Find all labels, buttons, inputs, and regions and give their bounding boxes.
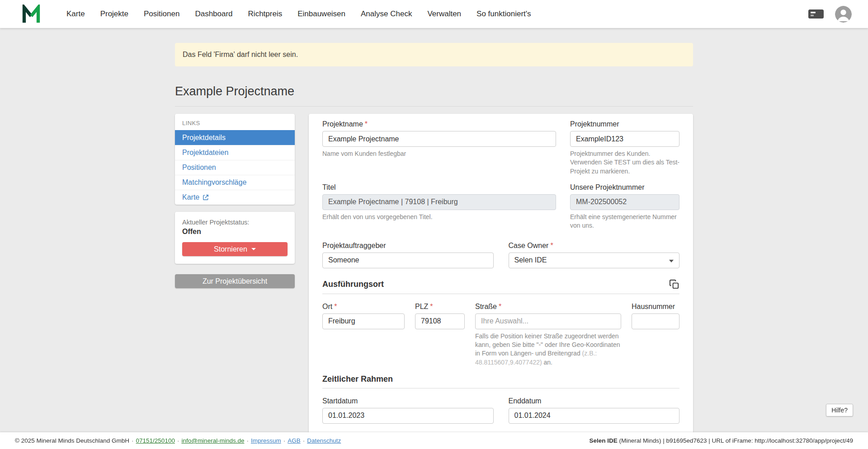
copyright-text: © 2025 Mineral Minds Deutschland GmbH [15, 437, 129, 444]
section-title-ausfuehrungsort: Ausführungsort [322, 280, 384, 289]
projektauftraggeber-label: Projektauftraggeber [322, 242, 494, 250]
strasse-help-suffix: an. [542, 359, 552, 366]
plz-field: PLZ* [415, 303, 465, 367]
unsere-projektnummer-help: Erhält eine systemgenerierte Nummer von … [570, 213, 679, 230]
case-owner-field: Case Owner* Selen IDE [509, 242, 680, 268]
footer: © 2025 Mineral Minds Deutschland GmbH · … [0, 432, 868, 449]
projektnummer-label: Projektnummer [570, 120, 679, 128]
footer-user-name: Selen IDE [589, 437, 617, 444]
zur-projektuebersicht-button[interactable]: Zur Projektübersicht [175, 274, 295, 288]
enddatum-field: Enddatum [509, 397, 680, 424]
startdatum-field: Startdatum [322, 397, 494, 424]
required-asterisk: * [430, 303, 433, 310]
label-text: Straße [475, 303, 497, 310]
ort-input[interactable] [322, 313, 405, 329]
status-card: Aktueller Projektstatus: Offen Storniere… [175, 212, 295, 264]
footer-separator: · [303, 437, 305, 444]
card-reader-icon[interactable] [808, 8, 824, 20]
projektname-field: Projektname* Name vom Kunden festlegbar [322, 120, 556, 176]
sidebar-item-matchingvorschlaege[interactable]: Matchingvorschläge [175, 175, 295, 190]
sidebar-item-karte[interactable]: Karte [175, 190, 295, 205]
alert-message: Das Feld 'Firma' darf nicht leer sein. [183, 51, 298, 58]
sidebar-item-projektdateien[interactable]: Projektdateien [175, 145, 295, 160]
ort-field: Ort* [322, 303, 405, 367]
nav-item-so-funktionierts[interactable]: So funktioniert's [476, 9, 531, 19]
alert-banner: Das Feld 'Firma' darf nicht leer sein. [175, 43, 693, 66]
strasse-input[interactable] [475, 313, 621, 329]
hausnummer-field: Hausnummer [632, 303, 679, 367]
project-form-card: Projektname* Name vom Kunden festlegbar … [309, 114, 693, 434]
sidebar: LINKS Projektdetails Projektdateien Posi… [175, 114, 295, 288]
main-content: Das Feld 'Firma' darf nicht leer sein. E… [175, 43, 693, 434]
hausnummer-input[interactable] [632, 313, 679, 329]
footer-separator: · [246, 437, 249, 444]
projektname-help: Name vom Kunden festlegbar [322, 150, 556, 158]
nav-item-richtpreis[interactable]: Richtpreis [248, 9, 283, 19]
case-owner-label: Case Owner* [509, 242, 680, 250]
footer-agb-link[interactable]: AGB [288, 437, 301, 444]
sidebar-item-label: Karte [182, 193, 199, 201]
footer-email-link[interactable]: info@mineral-minds.de [181, 437, 244, 444]
navbar-right [808, 6, 852, 23]
case-owner-value: Selen IDE [514, 256, 547, 264]
footer-separator: · [283, 437, 286, 444]
stornieren-label: Stornieren [214, 245, 247, 253]
unsere-projektnummer-field: Unsere Projektnummer Erhält eine systemg… [570, 183, 679, 230]
case-owner-select[interactable]: Selen IDE [509, 253, 680, 268]
label-text: Case Owner [509, 242, 549, 249]
hilfe-button[interactable]: Hilfe? [826, 404, 853, 416]
nav-item-projekte[interactable]: Projekte [100, 9, 128, 19]
footer-impressum-link[interactable]: Impressum [251, 437, 281, 444]
titel-label: Titel [322, 183, 556, 192]
hausnummer-label: Hausnummer [632, 303, 679, 311]
logo-graphic [21, 5, 41, 23]
project-status-label: Aktueller Projektstatus: [182, 219, 288, 226]
strasse-help: Falls die Position keiner Straße zugeord… [475, 332, 621, 367]
strasse-help-text: Falls die Position keiner Straße zugeord… [475, 332, 620, 357]
titel-input [322, 194, 556, 210]
enddatum-input[interactable] [509, 408, 680, 424]
footer-separator: · [177, 437, 179, 444]
startdatum-input[interactable] [322, 408, 494, 424]
titel-field: Titel Erhält den von uns vorgegebenen Ti… [322, 183, 556, 230]
footer-left: © 2025 Mineral Minds Deutschland GmbH · … [15, 437, 341, 444]
main-nav: Karte Projekte Positionen Dashboard Rich… [66, 9, 531, 19]
unsere-projektnummer-label: Unsere Projektnummer [570, 183, 679, 192]
plz-input[interactable] [415, 313, 465, 329]
projektnummer-help: Projektnummer des Kunden. Verwenden Sie … [570, 150, 679, 176]
projektnummer-input[interactable] [570, 131, 679, 147]
projektname-input[interactable] [322, 131, 556, 147]
section-divider [322, 294, 679, 294]
nav-item-karte[interactable]: Karte [66, 9, 85, 19]
footer-datenschutz-link[interactable]: Datenschutz [307, 437, 341, 444]
nav-item-positionen[interactable]: Positionen [144, 9, 179, 19]
label-text: Projektname [322, 120, 363, 128]
mineral-minds-logo[interactable] [21, 5, 41, 23]
caret-down-icon [251, 248, 256, 250]
footer-phone-link[interactable]: 07151/250100 [136, 437, 175, 444]
projektauftraggeber-input[interactable] [322, 253, 494, 268]
nav-item-analyse-check[interactable]: Analyse Check [361, 9, 412, 19]
sidebar-item-projektdetails[interactable]: Projektdetails [175, 130, 295, 145]
links-card: LINKS Projektdetails Projektdateien Posi… [175, 114, 295, 205]
project-status-value: Offen [182, 228, 288, 236]
section-title-zeitlicher-rahmen: Zeitlicher Rahmen [322, 374, 393, 384]
projektnummer-field: Projektnummer Projektnummer des Kunden. … [570, 120, 679, 176]
stornieren-button[interactable]: Stornieren [182, 242, 288, 256]
label-text: PLZ [415, 303, 428, 310]
titel-help: Erhält den von uns vorgegebenen Titel. [322, 213, 556, 221]
projektauftraggeber-field: Projektauftraggeber [322, 242, 494, 268]
enddatum-label: Enddatum [509, 397, 680, 405]
user-avatar[interactable] [835, 6, 852, 23]
copy-icon[interactable] [669, 279, 679, 290]
ort-label: Ort* [322, 303, 405, 311]
sidebar-item-positionen[interactable]: Positionen [175, 160, 295, 175]
nav-item-verwalten[interactable]: Verwalten [427, 9, 461, 19]
chevron-down-icon [669, 260, 674, 262]
required-asterisk: * [365, 120, 368, 128]
section-divider [322, 388, 679, 388]
nav-item-einbauweisen[interactable]: Einbauweisen [297, 9, 345, 19]
sidebar-link-list: Projektdetails Projektdateien Positionen… [175, 130, 295, 205]
nav-item-dashboard[interactable]: Dashboard [195, 9, 232, 19]
strasse-field: Straße* Falls die Position keiner Straße… [475, 303, 621, 367]
